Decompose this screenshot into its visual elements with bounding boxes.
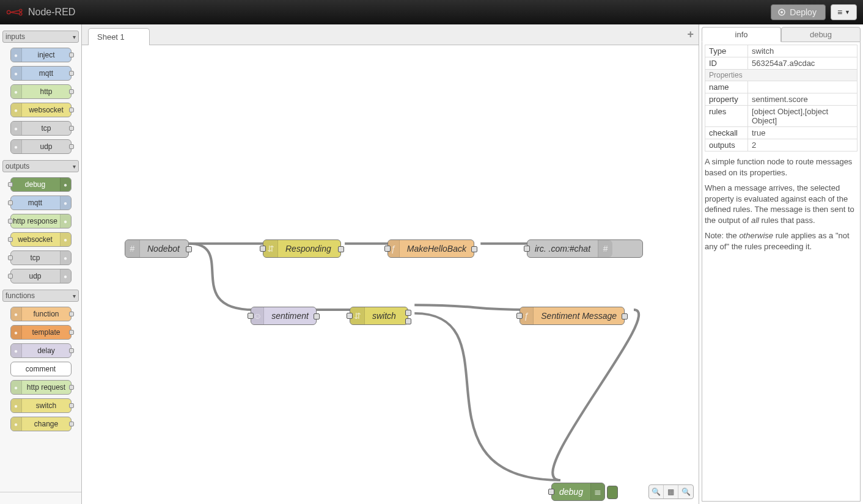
palette-node-websocket[interactable]: websocket● <box>10 232 72 247</box>
palette-node-udp[interactable]: udp● <box>10 269 72 283</box>
port[interactable] <box>8 274 13 279</box>
palette-node-mqtt[interactable]: mqtt● <box>10 195 72 210</box>
node-label: sentiment <box>264 311 316 321</box>
node-nodebot[interactable]: # Nodebot <box>125 239 189 258</box>
input-port[interactable] <box>347 313 353 319</box>
sidebar-tab-debug[interactable]: debug <box>781 27 861 42</box>
palette-node-label: tcp <box>11 254 60 262</box>
palette-node-inject[interactable]: ●inject <box>10 48 72 62</box>
zoom-reset-button[interactable]: ▦ <box>664 485 678 499</box>
node-debug[interactable]: debug ≣ <box>551 483 605 501</box>
input-port[interactable] <box>384 246 391 252</box>
output-port[interactable] <box>622 313 628 320</box>
output-port[interactable] <box>186 246 192 252</box>
input-port[interactable] <box>516 313 523 319</box>
palette-node-label: function <box>22 310 71 318</box>
palette-node-tcp[interactable]: tcp● <box>10 250 72 265</box>
menu-icon: ≡ <box>837 7 842 17</box>
palette-node-http-request[interactable]: ●http request <box>10 380 72 395</box>
palette-node-label: debug <box>11 180 60 189</box>
palette-node-comment[interactable]: comment <box>10 362 72 376</box>
port[interactable] <box>69 330 74 335</box>
palette-node-udp[interactable]: ●udp <box>10 139 72 154</box>
node-label: switch <box>365 311 403 321</box>
palette-node-http-response[interactable]: http response● <box>10 214 72 228</box>
palette-node-label: http request <box>22 383 71 392</box>
input-port[interactable] <box>548 489 554 495</box>
node-switch[interactable]: ⇵ switch <box>350 307 408 325</box>
palette-category-inputs[interactable]: inputs▾ <box>2 31 79 43</box>
output-port-1[interactable] <box>405 310 411 316</box>
zoom-in-button[interactable]: 🔍 <box>678 485 693 499</box>
info-checkall-val: true <box>748 127 857 139</box>
palette-node-label: comment <box>11 365 71 373</box>
deploy-button[interactable]: Deploy <box>771 4 826 20</box>
node-sentiment-message[interactable]: ƒ Sentiment Message <box>520 307 625 325</box>
sidebar: info debug Typeswitch ID563254a7.a9cdac … <box>699 24 863 504</box>
node-type-icon: ● <box>11 344 22 357</box>
port[interactable] <box>69 71 74 76</box>
chevron-down-icon: ▾ <box>73 163 76 170</box>
port[interactable] <box>69 108 74 112</box>
palette-node-delay[interactable]: ●delay <box>10 343 72 358</box>
port[interactable] <box>69 385 74 390</box>
output-port[interactable] <box>471 246 477 252</box>
palette-category-functions[interactable]: functions▾ <box>2 290 79 302</box>
output-port[interactable] <box>338 246 344 252</box>
info-name-key: name <box>705 81 748 93</box>
port[interactable] <box>69 89 74 94</box>
port[interactable] <box>69 53 74 57</box>
output-port[interactable] <box>314 313 320 320</box>
port[interactable] <box>8 219 13 224</box>
input-port[interactable] <box>524 246 530 252</box>
output-port-2[interactable] <box>405 318 411 324</box>
node-label: Nodebot <box>140 244 187 254</box>
palette-node-debug[interactable]: debug● <box>10 177 72 192</box>
port[interactable] <box>69 422 74 426</box>
input-port[interactable] <box>260 246 266 252</box>
node-irc-out[interactable]: irc. .com:#chat # <box>527 239 643 258</box>
port[interactable] <box>8 255 13 260</box>
workspace: Sheet 1 + # Nodebot ⇵ <box>82 24 699 504</box>
palette-node-mqtt[interactable]: ●mqtt <box>10 66 72 81</box>
sidebar-tab-info[interactable]: info <box>702 27 781 42</box>
node-type-icon: ● <box>11 326 22 339</box>
palette-node-switch[interactable]: ●switch <box>10 398 72 413</box>
palette-node-change[interactable]: ●change <box>10 417 72 431</box>
port[interactable] <box>69 126 74 131</box>
flow-canvas[interactable]: # Nodebot ⇵ Responding ƒ MakeHelloBack i… <box>82 45 699 504</box>
port[interactable] <box>69 348 74 353</box>
add-tab-button[interactable]: + <box>687 28 694 41</box>
node-type-icon: ● <box>60 269 71 283</box>
port[interactable] <box>8 200 13 205</box>
node-makehelloback[interactable]: ƒ MakeHelloBack <box>387 239 474 258</box>
palette-node-websocket[interactable]: ●websocket <box>10 103 72 117</box>
tab-sheet-1[interactable]: Sheet 1 <box>88 28 150 45</box>
info-panel: Typeswitch ID563254a7.a9cdac Properties … <box>702 42 861 502</box>
menu-button[interactable]: ≡ ▼ <box>831 4 857 20</box>
info-properties-header: Properties <box>705 70 857 81</box>
palette-node-tcp[interactable]: ●tcp <box>10 121 72 136</box>
palette-category-outputs[interactable]: outputs▾ <box>2 160 79 172</box>
node-responding[interactable]: ⇵ Responding <box>263 239 341 258</box>
zoom-out-button[interactable]: 🔍 <box>649 485 664 499</box>
info-checkall-key: checkall <box>705 127 748 139</box>
port[interactable] <box>69 403 74 408</box>
node-type-icon: ● <box>11 381 22 394</box>
port[interactable] <box>8 182 13 187</box>
tab-bar: Sheet 1 + <box>82 24 699 45</box>
info-name-val <box>748 81 857 93</box>
port[interactable] <box>69 144 74 149</box>
debug-toggle[interactable] <box>607 486 618 499</box>
port[interactable] <box>8 237 13 242</box>
node-type-icon: ● <box>60 178 71 191</box>
input-port[interactable] <box>248 313 254 319</box>
menu-caret-icon: ▼ <box>845 9 850 15</box>
palette-node-http[interactable]: ●http <box>10 84 72 99</box>
palette-node-function[interactable]: ●function <box>10 307 72 321</box>
info-type-val: switch <box>748 45 857 57</box>
port[interactable] <box>69 312 74 316</box>
palette-node-label: mqtt <box>22 69 71 78</box>
node-sentiment[interactable]: ☺ sentiment <box>251 307 317 325</box>
palette-node-template[interactable]: ●template <box>10 325 72 340</box>
